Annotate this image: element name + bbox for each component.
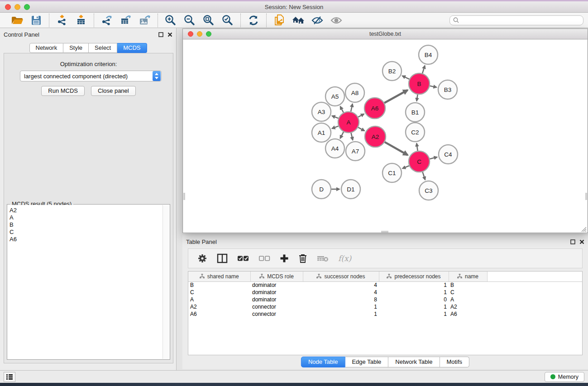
zoom-window-button[interactable] bbox=[24, 4, 30, 10]
edge-A-A4[interactable] bbox=[340, 132, 343, 138]
zoom-selected-button[interactable] bbox=[220, 14, 235, 27]
table-row[interactable]: Cdominator41C bbox=[188, 289, 582, 296]
close-panel-icon[interactable] bbox=[579, 239, 584, 244]
tab-node-table[interactable]: Node Table bbox=[301, 357, 345, 367]
column-settings-button[interactable] bbox=[197, 253, 207, 263]
show-hidden-button[interactable] bbox=[329, 14, 344, 27]
task-history-button[interactable] bbox=[4, 372, 15, 382]
graph-node-C4[interactable]: C4 bbox=[439, 145, 458, 164]
deselect-all-rows-button[interactable] bbox=[258, 255, 270, 262]
edge-B-B2[interactable] bbox=[402, 76, 410, 79]
tab-motifs[interactable]: Motifs bbox=[440, 357, 469, 367]
column-header-successor-nodes[interactable]: successor nodes bbox=[303, 272, 379, 281]
import-network-button[interactable] bbox=[54, 14, 70, 27]
search-box[interactable] bbox=[449, 15, 583, 25]
graph-node-B1[interactable]: B1 bbox=[406, 103, 425, 122]
edge-C-C4[interactable] bbox=[430, 157, 437, 159]
column-header-name[interactable]: name bbox=[449, 272, 487, 281]
graph-node-C3[interactable]: C3 bbox=[419, 181, 438, 200]
duplicate-network-button[interactable] bbox=[272, 14, 287, 27]
edge-A-A8[interactable] bbox=[351, 104, 353, 111]
graph-node-A2[interactable]: A2 bbox=[365, 126, 386, 147]
mcds-result-item[interactable]: A2 bbox=[10, 207, 163, 214]
graph-node-D1[interactable]: D1 bbox=[341, 180, 360, 199]
graph-node-A5[interactable]: A5 bbox=[325, 87, 344, 106]
edge-A-A6[interactable] bbox=[358, 114, 364, 117]
network-window-titlebar[interactable]: testGlobe.txt bbox=[183, 29, 588, 39]
export-network-button[interactable] bbox=[99, 14, 115, 27]
graph-node-B2[interactable]: B2 bbox=[382, 62, 402, 81]
show-all-networks-button[interactable] bbox=[291, 14, 306, 27]
export-table-button[interactable] bbox=[118, 14, 134, 27]
search-input[interactable] bbox=[460, 16, 580, 24]
edge-A-A3[interactable] bbox=[332, 116, 338, 118]
close-panel-icon[interactable] bbox=[167, 32, 172, 37]
function-builder-button[interactable]: f(x) bbox=[338, 254, 351, 263]
table-row[interactable]: A6connector11A6 bbox=[188, 310, 582, 318]
result-scrollbar[interactable] bbox=[163, 205, 169, 359]
graph-node-A8[interactable]: A8 bbox=[345, 83, 364, 102]
mcds-result-item[interactable]: C bbox=[10, 229, 163, 236]
zoom-network-window-button[interactable] bbox=[206, 31, 211, 37]
edge-B-B4[interactable] bbox=[422, 66, 425, 73]
open-file-button[interactable] bbox=[10, 14, 25, 27]
network-canvas[interactable]: B4B2BB3A8A5A6A3B1AC2A1A2A4A7C4CC1DD1C3 bbox=[183, 40, 587, 233]
graph-node-D[interactable]: D bbox=[312, 180, 331, 199]
run-mcds-button[interactable]: Run MCDS bbox=[41, 86, 85, 96]
edge-A6-B[interactable] bbox=[384, 90, 408, 103]
mcds-result-list[interactable]: A2ABCA6 bbox=[8, 205, 163, 359]
resize-grip-icon[interactable] bbox=[580, 226, 587, 232]
edge-A-A1[interactable] bbox=[332, 126, 338, 129]
save-session-button[interactable] bbox=[29, 14, 44, 27]
zoom-in-button[interactable] bbox=[163, 14, 178, 27]
tab-network[interactable]: Network bbox=[29, 43, 63, 53]
mcds-result-item[interactable]: B bbox=[10, 221, 163, 229]
edge-A-A7[interactable] bbox=[351, 133, 353, 140]
graph-node-A6[interactable]: A6 bbox=[364, 98, 385, 119]
graph-node-B3[interactable]: B3 bbox=[438, 80, 457, 99]
export-image-button[interactable] bbox=[137, 14, 153, 27]
column-header-shared-name[interactable]: shared name bbox=[188, 272, 250, 281]
column-header-MCDS-role[interactable]: MCDS role bbox=[250, 272, 303, 281]
graph-node-A4[interactable]: A4 bbox=[325, 139, 344, 158]
add-column-button[interactable] bbox=[280, 254, 289, 263]
zoom-out-button[interactable] bbox=[182, 14, 197, 27]
import-table-button[interactable] bbox=[73, 14, 89, 27]
table-row[interactable]: Bdominator41B bbox=[188, 281, 582, 289]
toggle-column-layout-button[interactable] bbox=[217, 253, 228, 263]
zoom-fit-content-button[interactable] bbox=[201, 14, 216, 27]
edge-C-C1[interactable] bbox=[402, 166, 409, 168]
mcds-result-item[interactable]: A bbox=[10, 214, 163, 221]
float-panel-icon[interactable] bbox=[158, 32, 163, 37]
graph-node-A3[interactable]: A3 bbox=[312, 102, 331, 121]
vertical-scrollbar-thumb-left[interactable] bbox=[183, 193, 185, 200]
edge-C-C2[interactable] bbox=[416, 143, 417, 151]
graph-node-C1[interactable]: C1 bbox=[382, 163, 402, 182]
edge-B-B1[interactable] bbox=[417, 95, 418, 101]
edge-A2-C[interactable] bbox=[385, 142, 408, 155]
tab-mcds[interactable]: MCDS bbox=[117, 43, 147, 53]
table-row[interactable]: A2connector11A2 bbox=[188, 303, 582, 310]
column-header-predecessor-nodes[interactable]: predecessor nodes bbox=[379, 272, 449, 281]
graph-node-C2[interactable]: C2 bbox=[406, 123, 425, 142]
hide-selected-button[interactable] bbox=[310, 14, 325, 27]
graph-node-A7[interactable]: A7 bbox=[346, 142, 365, 161]
memory-button[interactable]: Memory bbox=[545, 372, 584, 382]
graph-node-B[interactable]: B bbox=[409, 73, 430, 94]
vertical-scrollbar-thumb-right[interactable] bbox=[585, 193, 587, 200]
close-window-button[interactable] bbox=[5, 4, 11, 10]
float-panel-icon[interactable] bbox=[570, 239, 575, 244]
delete-table-button[interactable] bbox=[317, 254, 329, 262]
tab-edge-table[interactable]: Edge Table bbox=[345, 357, 388, 367]
table-row[interactable]: Adominator80A bbox=[188, 296, 582, 303]
graph-node-A1[interactable]: A1 bbox=[312, 123, 331, 142]
refresh-view-button[interactable] bbox=[246, 14, 261, 27]
close-network-window-button[interactable] bbox=[188, 31, 193, 37]
close-panel-button[interactable]: Close panel bbox=[91, 86, 136, 96]
minimize-network-window-button[interactable] bbox=[197, 31, 202, 37]
edge-A-A2[interactable] bbox=[358, 127, 364, 131]
delete-column-button[interactable] bbox=[298, 253, 307, 263]
tab-style[interactable]: Style bbox=[63, 43, 89, 53]
minimize-window-button[interactable] bbox=[14, 4, 20, 10]
graph-node-A[interactable]: A bbox=[338, 112, 359, 133]
